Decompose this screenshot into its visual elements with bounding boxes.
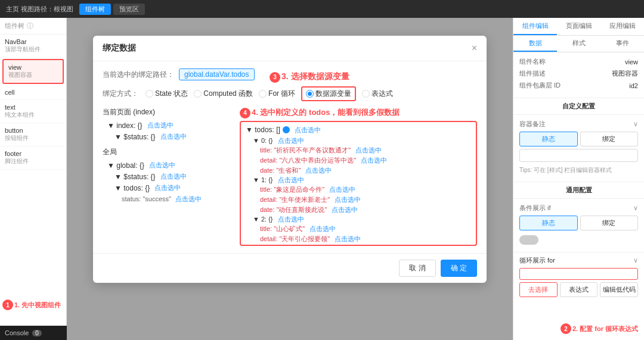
item-0-detail-select[interactable]: 点击选中	[361, 156, 387, 165]
tab-component-edit[interactable]: 组件编辑	[513, 18, 557, 35]
item-0-date-select[interactable]: 点击选中	[305, 166, 332, 175]
tree-item-0: ▼ 0: {} 点击选中 title: "祈祈民不年产各议数通才" 点击选中	[246, 136, 471, 176]
tree-item-1: ▼ 1: {} 点击选中 title: "象这是品命今件" 点击选中	[246, 176, 471, 215]
page-tree-section: 当前页面 (index) ▼ index: {} 点击选中 ▼ $status:…	[103, 107, 234, 246]
item-1-select[interactable]: 点击选中	[278, 176, 304, 185]
todos-select-link[interactable]: 点击选中	[154, 183, 181, 192]
condition-static-button[interactable]: 静态	[519, 216, 578, 230]
annotation-4: 44. 选中刚定义的 todos，能看到很多假数据	[240, 107, 477, 118]
container-notes-row: 容器备注 ∨	[519, 120, 638, 129]
condition-bind-button[interactable]: 绑定	[580, 216, 639, 230]
edit-code-button[interactable]: 编辑低代码	[600, 282, 638, 297]
annotation-3: 33. 选择数据源变量	[270, 71, 349, 83]
breadcrumb: 主页 视图路径：根视图	[6, 5, 73, 14]
item-1-date-select[interactable]: 点击选中	[332, 205, 358, 214]
chevron-down-icon-2: ∨	[633, 204, 638, 212]
sidebar-item-text[interactable]: text 纯文本组件	[0, 100, 66, 123]
modal-title: 绑定数据	[103, 43, 136, 54]
radio-state[interactable]: State 状态	[145, 89, 188, 99]
radio-for-loop[interactable]: For 循环	[259, 89, 295, 99]
global-status-item: ▼ $status: {} 点击选中	[107, 171, 234, 182]
toggle-row	[519, 233, 638, 247]
radio-expr-circle	[362, 90, 370, 98]
todos-tree-select-link[interactable]: 点击选中	[295, 126, 321, 135]
sidebar-section-title: 组件树 ⓘ	[0, 18, 66, 35]
component-desc-row: 组件描述 视图容器	[519, 69, 638, 78]
item-1-detail-select[interactable]: 点击选中	[335, 195, 361, 204]
item-0-select[interactable]: 点击选中	[278, 136, 304, 145]
item-2-select[interactable]: 点击选中	[278, 215, 304, 224]
static-button[interactable]: 静态	[519, 132, 578, 146]
todos-data-tree: ▼ todos: [] 点击选中 ▼ 0: {} 点击选中	[240, 121, 477, 246]
info-icon: ⓘ	[27, 21, 33, 30]
radio-datasource-circle	[306, 90, 314, 98]
center-area: 绑定数据 × 当前选中的绑定路径： global.dataVar.todos 绑…	[67, 18, 513, 340]
component-info-section: 组件名称 view 组件描述 视图容器 组件包裹层 ID id2	[513, 52, 644, 98]
page-section-title: 当前页面 (index)	[103, 107, 234, 117]
item-0-title-select[interactable]: 点击选中	[355, 146, 382, 155]
status-success-select-link[interactable]: 点击选中	[175, 195, 202, 202]
status-success-item: status: "success" 点击选中	[107, 194, 234, 205]
todos-item: ▼ todos: {} 点击选中	[107, 182, 234, 194]
chevron-down-icon: ∨	[633, 120, 638, 128]
for-action-buttons: 去选择 表达式 编辑低代码	[519, 280, 638, 300]
radio-datasource[interactable]: 数据源变量	[301, 86, 356, 101]
annotation-2: 22. 配置 for 循环表达式	[561, 323, 638, 334]
global-status-select-link[interactable]: 点击选中	[160, 172, 187, 181]
item-1-title-select[interactable]: 点击选中	[329, 185, 355, 194]
radio-expression[interactable]: 表达式	[362, 89, 393, 99]
sidebar-item-footer[interactable]: footer 脚注组件	[0, 146, 66, 170]
modal-header: 绑定数据 ×	[93, 36, 487, 61]
expression-button[interactable]: 表达式	[560, 282, 598, 297]
right-panel: 组件编辑 页面编辑 应用编辑 数据 样式 事件 组件名称 view 组件描述 视…	[513, 18, 644, 340]
container-notes-section: 容器备注 ∨ 静态 绑定 Tips: 可在 [样式] 栏目编辑容器样式	[513, 115, 644, 182]
status-item: ▼ $status: {} 点击选中	[107, 131, 234, 142]
item-2-fields: title: "山心矿式" 点击选中 detail: "天年引心报要领" 点击选…	[253, 224, 471, 246]
sidebar-item-cell[interactable]: cell	[0, 85, 66, 100]
sidebar-item-button[interactable]: button 按钮组件	[0, 123, 66, 146]
component-name-row: 组件名称 view	[519, 57, 638, 66]
annotation-1: 11. 先中视图组件	[2, 300, 65, 310]
radio-computed-circle	[194, 90, 202, 98]
item-2-title-select[interactable]: 点击选中	[309, 224, 336, 233]
condition-toggle[interactable]	[519, 235, 538, 245]
wrapper-id-row: 组件包裹层 ID id2	[519, 81, 638, 90]
confirm-button[interactable]: 确 定	[441, 260, 477, 277]
chevron-down-icon-3: ∨	[633, 257, 638, 264]
modal-content-columns: 当前页面 (index) ▼ index: {} 点击选中 ▼ $status:…	[103, 107, 477, 246]
subtab-style[interactable]: 样式	[557, 36, 600, 52]
item-2-detail-select[interactable]: 点击选中	[335, 235, 361, 244]
cancel-button[interactable]: 取 消	[399, 260, 435, 277]
for-loop-input[interactable]	[519, 268, 638, 280]
sidebar-item-navbar[interactable]: NavBar 顶部导航组件	[0, 35, 66, 58]
go-select-button[interactable]: 去选择	[519, 282, 558, 297]
subtab-event[interactable]: 事件	[600, 36, 644, 52]
tab-preview[interactable]: 预览区	[113, 4, 145, 15]
bind-button[interactable]: 绑定	[580, 132, 639, 146]
modal-overlay: 绑定数据 × 当前选中的绑定路径： global.dataVar.todos 绑…	[67, 18, 513, 340]
status-select-link[interactable]: 点击选中	[160, 132, 187, 141]
condition-static-bind-buttons: 静态 绑定	[519, 216, 638, 230]
tab-component-tree[interactable]: 组件树	[79, 4, 111, 15]
modal-footer: 取 消 确 定	[93, 253, 487, 283]
condition-row: 条件展示 if ∨	[519, 204, 638, 213]
index-select-link[interactable]: 点击选中	[147, 121, 174, 130]
bind-path-value: global.dataVar.todos	[179, 68, 255, 80]
for-loop-row: 循环展示 for ∨	[519, 256, 638, 265]
tab-app-edit[interactable]: 应用编辑	[600, 18, 644, 35]
top-bar: 主页 视图路径：根视图 组件树 预览区	[0, 0, 644, 18]
item-0-fields: title: "祈祈民不年产各议数通才" 点击选中 detail: "六八发中养…	[253, 145, 471, 176]
right-panel-main-tabs: 组件编辑 页面编辑 应用编辑	[513, 18, 644, 36]
todos-tree-header: ▼ todos: [] 点击选中	[246, 126, 471, 135]
notes-input[interactable]	[519, 149, 638, 162]
subtab-data[interactable]: 数据	[513, 36, 557, 52]
for-loop-section: 循环展示 for ∨ 去选择 表达式 编辑低代码	[513, 252, 644, 303]
data-tree-section: 44. 选中刚定义的 todos，能看到很多假数据 ▼ todos: [] 点击…	[240, 107, 477, 246]
item-2-date-select[interactable]: 点击选中	[345, 245, 371, 246]
tab-page-edit[interactable]: 页面编辑	[557, 18, 600, 35]
sidebar-item-view[interactable]: view 视图容器	[2, 59, 64, 84]
radio-computed[interactable]: Computed 函数	[194, 89, 253, 99]
modal-close-button[interactable]: ×	[472, 43, 477, 54]
page-tree: ▼ index: {} 点击选中 ▼ $status: {} 点击选中	[103, 120, 234, 142]
global-select-link[interactable]: 点击选中	[149, 161, 175, 170]
